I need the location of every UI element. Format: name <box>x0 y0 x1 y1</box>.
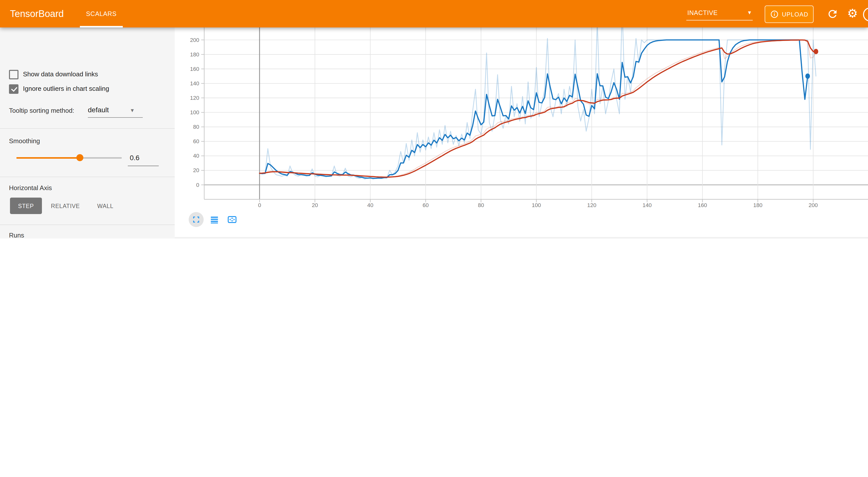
upload-label: UPLOAD <box>782 11 808 18</box>
svg-text:60: 60 <box>193 138 199 145</box>
help-icon[interactable] <box>863 7 868 22</box>
tensorboard-app: TensorBoard SCALARS INACTIVE ▾ UPLOAD ⚙ … <box>0 0 868 238</box>
tooltip-sorting-dropdown[interactable]: default <box>88 106 109 114</box>
show-download-links-label: Show data download links <box>23 70 98 78</box>
svg-text:40: 40 <box>193 153 199 159</box>
settings-sidebar: Show data download links Ignore outliers… <box>0 27 175 238</box>
svg-text:200: 200 <box>190 37 199 43</box>
expand-card-icon[interactable] <box>189 212 204 227</box>
smoothing-value-field[interactable]: 0.6 <box>130 154 140 162</box>
runs-section-label: Runs <box>9 231 24 238</box>
info-icon <box>770 10 778 19</box>
tooltip-dropdown-underline <box>88 117 143 118</box>
svg-text:60: 60 <box>423 202 429 208</box>
svg-text:200: 200 <box>809 202 818 208</box>
ignore-outliers-checkbox[interactable] <box>9 84 19 94</box>
smoothing-label: Smoothing <box>9 137 40 145</box>
smoothing-slider[interactable] <box>17 157 122 158</box>
tab-active-underline <box>80 26 123 27</box>
svg-text:20: 20 <box>312 202 318 208</box>
divider <box>0 225 175 225</box>
haxis-wall-button[interactable]: WALL <box>93 198 118 214</box>
status-dropdown[interactable]: INACTIVE ▾ <box>686 7 753 21</box>
svg-text:0: 0 <box>258 202 261 208</box>
haxis-step-button[interactable]: STEP <box>10 198 42 214</box>
settings-gear-icon[interactable]: ⚙ <box>845 5 860 22</box>
tooltip-sorting-label: Tooltip sorting method: <box>9 107 74 114</box>
horizontal-axis-label: Horizontal Axis <box>9 184 52 192</box>
divider <box>0 177 175 177</box>
smoothing-value-underline <box>128 166 159 166</box>
tab-scalars[interactable]: SCALARS <box>80 0 123 27</box>
svg-text:100: 100 <box>532 202 541 208</box>
upload-button[interactable]: UPLOAD <box>765 5 814 23</box>
smoothing-slider-thumb[interactable] <box>76 154 83 161</box>
rewards-chart-card: 0204060801001201401601802000204060801001… <box>175 27 868 237</box>
rewards-chart-plot[interactable]: 0204060801001201401601802000204060801001… <box>175 27 868 237</box>
check-icon <box>11 85 17 92</box>
status-value: INACTIVE <box>687 9 718 17</box>
haxis-relative-button[interactable]: RELATIVE <box>48 198 83 214</box>
refresh-icon[interactable] <box>827 8 839 20</box>
fit-domain-icon[interactable] <box>225 212 240 227</box>
ignore-outliers-label: Ignore outliers in chart scaling <box>23 85 109 92</box>
divider <box>0 128 175 129</box>
svg-text:100: 100 <box>190 109 199 116</box>
svg-text:140: 140 <box>190 80 199 87</box>
app-title: TensorBoard <box>10 0 64 27</box>
svg-text:160: 160 <box>190 66 199 72</box>
svg-text:80: 80 <box>193 124 199 130</box>
svg-text:160: 160 <box>698 202 707 208</box>
svg-text:120: 120 <box>587 202 596 208</box>
chart-toolbar <box>189 212 240 227</box>
show-download-links-checkbox[interactable] <box>9 70 19 80</box>
svg-text:120: 120 <box>190 95 199 101</box>
chevron-down-icon: ▾ <box>131 107 134 114</box>
smoothing-slider-fill <box>17 157 80 158</box>
svg-text:80: 80 <box>478 202 484 208</box>
svg-text:140: 140 <box>642 202 652 208</box>
svg-text:40: 40 <box>367 202 373 208</box>
svg-text:180: 180 <box>190 52 199 58</box>
app-header: TensorBoard SCALARS INACTIVE ▾ UPLOAD ⚙ <box>0 0 868 27</box>
svg-text:20: 20 <box>193 167 199 173</box>
svg-text:0: 0 <box>196 182 199 188</box>
svg-text:180: 180 <box>753 202 763 208</box>
log-scale-icon[interactable] <box>207 212 222 227</box>
chevron-down-icon: ▾ <box>748 9 751 16</box>
